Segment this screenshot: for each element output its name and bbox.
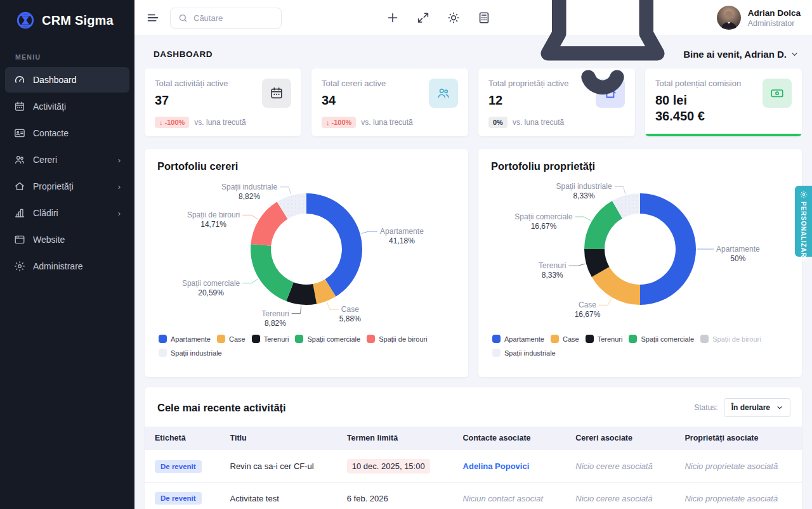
calculator-icon[interactable] — [477, 11, 491, 25]
search-input[interactable] — [193, 13, 270, 23]
slice-label-name: Spații industriale — [221, 183, 277, 191]
stat-card-trend: ↓ -100%vs. luna trecută — [155, 117, 291, 128]
trend-suffix: vs. luna trecută — [361, 118, 412, 127]
slice-label-name: Apartamente — [380, 227, 424, 236]
slice-label-name: Case — [579, 300, 596, 309]
slice-label-percent: 50% — [730, 254, 745, 263]
legend-item-case[interactable]: Case — [217, 335, 246, 343]
label-leader-line — [292, 306, 301, 314]
sidebar-item-website[interactable]: Website — [5, 227, 129, 252]
add-new-icon[interactable] — [386, 11, 400, 25]
column-header-contacte-asociate: Contacte asociate — [453, 427, 566, 450]
slice-label-percent: 14,71% — [200, 220, 226, 229]
status-filter-select[interactable]: În derulare — [724, 398, 790, 417]
chart-title: Portofoliu proprietăți — [491, 160, 789, 172]
contact-link[interactable]: Adelina Popovici — [463, 461, 530, 471]
user-avatar — [717, 6, 741, 30]
calendar-icon — [262, 79, 291, 108]
browser-icon — [14, 234, 25, 245]
charts-row: Portofoliu cereriApartamente41,18%Case5,… — [145, 149, 802, 377]
legend-item-spatii-comerciale[interactable]: Spații comerciale — [629, 335, 694, 343]
sidebar-item-label: Activități — [33, 101, 66, 112]
legend-label: Apartamente — [504, 335, 544, 343]
legend-item-case[interactable]: Case — [551, 335, 579, 343]
legend-label: Case — [229, 335, 246, 343]
brand-logo[interactable]: CRM Sigma — [0, 0, 134, 39]
legend-swatch — [629, 335, 637, 343]
activities-table-header: EtichetăTitluTermen limităContacte asoci… — [145, 427, 802, 450]
property-cell: Nicio proprietate asociată — [684, 494, 778, 503]
tag-badge: De revenit — [155, 492, 202, 505]
legend-label: Case — [563, 335, 579, 343]
donut-slice-apartamente[interactable] — [306, 193, 362, 297]
legend-label: Spații de birouri — [379, 335, 427, 343]
light-mode-icon[interactable] — [447, 11, 461, 25]
building-icon — [14, 207, 25, 219]
property-cell: Nicio proprietate asociată — [684, 461, 778, 471]
legend-swatch — [551, 335, 559, 343]
notifications-bell-icon[interactable] — [508, 0, 698, 113]
column-header-titlu: Titlu — [220, 427, 337, 450]
request-cell: Nicio cerere asociată — [575, 461, 652, 471]
fullscreen-icon[interactable] — [416, 11, 430, 25]
personalize-tab[interactable]: PERSONALIZARE — [795, 186, 812, 257]
legend-label: Apartamente — [171, 335, 211, 343]
legend-swatch — [367, 335, 375, 343]
label-leader-line — [242, 215, 258, 219]
legend-item-spatii-industriale[interactable]: Spații industriale — [159, 349, 222, 357]
chart-card-portofoliu-cereri: Portofoliu cereriApartamente41,18%Case5,… — [145, 149, 468, 377]
legend-item-spatii-comerciale[interactable]: Spații comerciale — [295, 335, 360, 343]
sidebar-item-cladiri[interactable]: Clădiri› — [5, 200, 129, 226]
column-header-cereri-asociate: Cereri asociate — [565, 427, 674, 450]
sidebar: CRM Sigma MENIU DashboardActivitățiConta… — [0, 0, 134, 509]
slice-label-percent: 8,82% — [265, 319, 286, 328]
slice-label-name: Terenuri — [261, 309, 289, 318]
sidebar-item-label: Clădiri — [33, 208, 58, 218]
slice-label-percent: 8,82% — [239, 192, 260, 201]
donut-chart: Apartamente50%Case16,67%Terenuri8,33%Spa… — [491, 176, 789, 330]
legend-swatch — [295, 335, 303, 343]
label-leader-line — [575, 217, 591, 221]
user-menu[interactable]: Adrian Dolca Administrator — [717, 6, 801, 30]
slice-label-percent: 16,67% — [531, 222, 557, 231]
legend-label: Spații comerciale — [307, 335, 360, 343]
legend-label: Terenuri — [598, 335, 623, 343]
search-icon — [178, 13, 188, 23]
legend-label: Spații industriale — [504, 349, 556, 357]
legend-item-spatii-industriale[interactable]: Spații industriale — [492, 349, 556, 357]
sidebar-item-label: Dashboard — [33, 75, 77, 85]
stat-card-total-activitati-active: Total activități active37↓ -100%vs. luna… — [145, 68, 301, 136]
label-leader-line — [280, 187, 291, 195]
slice-label-name: Spații comerciale — [514, 212, 573, 221]
sidebar-item-cereri[interactable]: Cereri› — [5, 147, 129, 172]
label-leader-line — [599, 299, 612, 305]
sidebar-item-proprietati[interactable]: Proprietăți› — [5, 174, 129, 199]
stat-card-trend: 0%vs. luna trecută — [488, 117, 625, 128]
sidebar-item-label: Website — [33, 235, 65, 245]
column-header-termen-limita: Termen limită — [337, 427, 453, 450]
table-row: De revenitActivitate test6 feb. 2026Nici… — [145, 483, 802, 509]
legend-item-spatii-de-birouri[interactable]: Spații de birouri — [367, 335, 427, 343]
donut-slice-spatii-comerciale[interactable] — [251, 244, 294, 301]
chart-legend: ApartamenteCaseTerenuriSpații comerciale… — [491, 335, 789, 357]
house-icon — [14, 181, 25, 192]
legend-item-spatii-de-birouri[interactable]: Spații de birouri — [700, 335, 761, 343]
legend-item-terenuri[interactable]: Terenuri — [586, 335, 623, 343]
hamburger-menu-icon[interactable] — [146, 11, 160, 25]
search-box[interactable] — [170, 8, 282, 29]
legend-item-apartamente[interactable]: Apartamente — [492, 335, 544, 343]
donut-slice-apartamente[interactable] — [640, 193, 696, 305]
personalize-tab-label: PERSONALIZARE — [800, 202, 807, 262]
sidebar-item-administrare[interactable]: Administrare — [5, 254, 129, 279]
sidebar-item-activitati[interactable]: Activități — [5, 94, 129, 119]
stat-card-trend: ↓ -100%vs. luna trecută — [322, 117, 458, 128]
sidebar-item-dashboard[interactable]: Dashboard — [5, 67, 129, 93]
donut-chart: Apartamente41,18%Case5,88%Terenuri8,82%S… — [157, 176, 455, 330]
trend-badge: ↓ -100% — [155, 117, 189, 128]
activities-card: Cele mai recente activități Status: În d… — [145, 387, 802, 509]
legend-item-terenuri[interactable]: Terenuri — [252, 335, 289, 343]
user-role: Administrator — [748, 19, 801, 28]
legend-item-apartamente[interactable]: Apartamente — [159, 335, 211, 343]
label-leader-line — [615, 186, 625, 194]
sidebar-item-contacte[interactable]: Contacte — [5, 120, 129, 146]
